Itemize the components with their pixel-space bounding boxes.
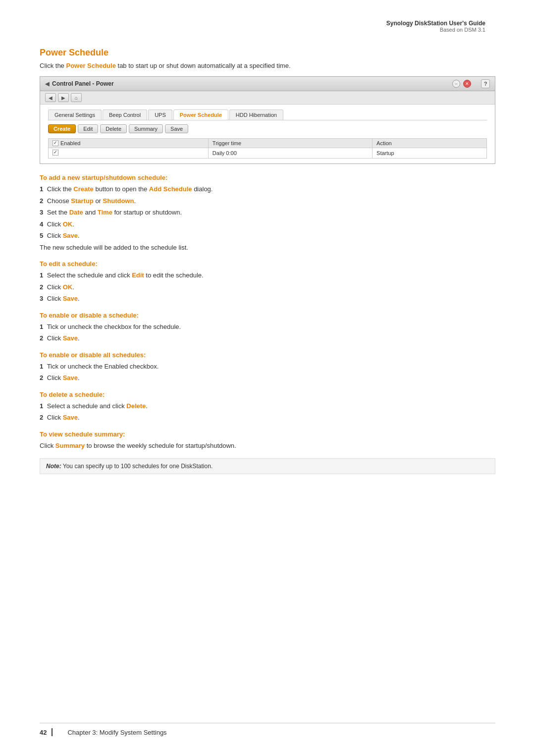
cell-trigger-time: Daily 0:00 <box>208 148 372 159</box>
save-button[interactable]: Save <box>165 124 188 133</box>
footer-divider <box>52 728 53 736</box>
list-item: 1 Click the Create button to open the Ad… <box>40 184 495 194</box>
intro-rest: tab to start up or shut down automatical… <box>118 62 291 69</box>
control-panel-box: ◀ Control Panel - Power – ✕ ? ◀ ▶ ⌂ Gene… <box>40 76 495 164</box>
instruction-enable-schedule: To enable or disable a schedule: 1 Tick … <box>40 312 495 343</box>
time-link: Time <box>98 209 112 216</box>
guide-subtitle: Based on DSM 3.1 <box>40 27 485 33</box>
home-nav-button[interactable]: ⌂ <box>71 93 82 102</box>
tab-general-settings[interactable]: General Settings <box>48 109 102 120</box>
page-title: Power Schedule <box>40 48 495 58</box>
list-item: 2 Click Save. <box>40 333 495 343</box>
edit-button[interactable]: Edit <box>78 124 98 133</box>
col-enabled: Enabled <box>49 139 209 148</box>
list-item: 1 Tick or uncheck the Enabled checkbox. <box>40 362 495 372</box>
add-schedule-link: Add Schedule <box>149 185 192 193</box>
ok-link-2: OK <box>63 283 73 291</box>
cp-toolbar: Create Edit Delete Summary Save <box>48 124 487 133</box>
list-item: 2 Click Save. <box>40 373 495 383</box>
save-link-4: Save <box>63 374 78 381</box>
footer-page-number: 42 <box>40 729 47 736</box>
list-item: 2 Choose Startup or Shutdown. <box>40 196 495 206</box>
intro-text: Click the <box>40 62 66 69</box>
back-nav-button[interactable]: ◀ <box>45 93 56 102</box>
cp-tabs: General Settings Beep Control UPS Power … <box>48 109 487 120</box>
cp-title-left: ◀ Control Panel - Power <box>45 80 114 87</box>
create-button[interactable]: Create <box>48 124 76 133</box>
instruction-edit-schedule: To edit a schedule: 1 Select the schedul… <box>40 260 495 304</box>
list-item: 3 Click Save. <box>40 294 495 304</box>
add-schedule-footer: The new schedule will be added to the sc… <box>40 243 495 253</box>
instruction-enable-all-schedules: To enable or disable all schedules: 1 Ti… <box>40 351 495 383</box>
row-enabled-checkbox[interactable] <box>53 150 58 156</box>
table-header-row: Enabled Trigger time Action <box>49 139 487 148</box>
intro-link: Power Schedule <box>66 62 115 69</box>
cp-content: General Settings Beep Control UPS Power … <box>40 105 495 163</box>
edit-link: Edit <box>132 271 144 279</box>
list-item: 1 Tick or uncheck the checkbox for the s… <box>40 322 495 332</box>
instruction-list-add: 1 Click the Create button to open the Ad… <box>40 184 495 241</box>
instruction-list-enable: 1 Tick or uncheck the checkbox for the s… <box>40 322 495 343</box>
list-item: 1 Select a schedule and click Delete. <box>40 401 495 411</box>
tab-hdd-hibernation[interactable]: HDD Hibernation <box>229 109 283 120</box>
list-item: 1 Select the schedule and click Edit to … <box>40 270 495 280</box>
page-header: Synology DiskStation User's Guide Based … <box>40 20 495 33</box>
instruction-heading-enable-all: To enable or disable all schedules: <box>40 351 495 359</box>
note-text: You can specify up to 100 schedules for … <box>63 463 213 470</box>
instruction-list-enable-all: 1 Tick or uncheck the Enabled checkbox. … <box>40 362 495 383</box>
cell-enabled <box>49 148 209 159</box>
close-button[interactable]: ✕ <box>463 80 471 88</box>
delete-button[interactable]: Delete <box>100 124 127 133</box>
tab-beep-control[interactable]: Beep Control <box>103 109 147 120</box>
schedule-table: Enabled Trigger time Action Daily 0:00 S… <box>48 138 487 159</box>
delete-link: Delete <box>126 402 146 410</box>
guide-title: Synology DiskStation User's Guide <box>40 20 485 27</box>
instruction-heading-enable: To enable or disable a schedule: <box>40 312 495 319</box>
cp-title-controls: – ✕ ? <box>452 79 490 88</box>
create-link: Create <box>73 185 93 193</box>
table-row: Daily 0:00 Startup <box>49 148 487 159</box>
cp-title-text: Control Panel - Power <box>52 80 114 87</box>
col-trigger-time: Trigger time <box>208 139 372 148</box>
cell-action: Startup <box>373 148 487 159</box>
instruction-heading-edit: To edit a schedule: <box>40 260 495 268</box>
enabled-all-checkbox[interactable] <box>53 140 58 146</box>
instruction-heading-summary: To view schedule summary: <box>40 431 495 438</box>
instruction-add-schedule: To add a new startup/shutdown schedule: … <box>40 174 495 252</box>
instruction-heading-delete: To delete a schedule: <box>40 391 495 398</box>
section-intro: Click the Power Schedule tab to start up… <box>40 62 495 69</box>
instruction-list-edit: 1 Select the schedule and click Edit to … <box>40 270 495 304</box>
note-label: Note: <box>46 463 61 470</box>
ok-link: OK <box>63 220 73 228</box>
summary-link: Summary <box>55 442 85 449</box>
instruction-delete-schedule: To delete a schedule: 1 Select a schedul… <box>40 391 495 423</box>
instruction-view-summary: To view schedule summary: Click Summary … <box>40 431 495 451</box>
list-item: 2 Click OK. <box>40 282 495 292</box>
col-action: Action <box>373 139 487 148</box>
cp-nav-bar: ◀ ▶ ⌂ <box>40 91 495 105</box>
save-link-5: Save <box>63 414 78 421</box>
list-item: 4 Click OK. <box>40 219 495 229</box>
tab-ups[interactable]: UPS <box>148 109 172 120</box>
instruction-list-delete: 1 Select a schedule and click Delete. 2 … <box>40 401 495 423</box>
date-link: Date <box>69 209 83 216</box>
save-link: Save <box>63 232 78 239</box>
control-panel-titlebar: ◀ Control Panel - Power – ✕ ? <box>40 77 495 91</box>
summary-button[interactable]: Summary <box>129 124 163 133</box>
list-item: 5 Click Save. <box>40 231 495 241</box>
minimize-button[interactable]: – <box>452 80 460 88</box>
back-icon: ◀ <box>45 81 49 87</box>
footer-chapter-text: Chapter 3: Modify System Settings <box>67 729 166 736</box>
note-box: Note: You can specify up to 100 schedule… <box>40 458 495 474</box>
summary-intro-text: Click Summary to browse the weekly sched… <box>40 441 495 451</box>
help-button[interactable]: ? <box>481 79 490 88</box>
list-item: 2 Click Save. <box>40 413 495 423</box>
list-item: 3 Set the Date and Time for startup or s… <box>40 208 495 217</box>
startup-link: Startup <box>71 197 94 205</box>
forward-nav-button[interactable]: ▶ <box>58 93 69 102</box>
instruction-heading-add: To add a new startup/shutdown schedule: <box>40 174 495 181</box>
save-link-3: Save <box>63 334 78 342</box>
shutdown-link: Shutdown <box>103 197 134 205</box>
page-footer: 42 Chapter 3: Modify System Settings <box>40 723 495 736</box>
tab-power-schedule[interactable]: Power Schedule <box>173 109 228 120</box>
